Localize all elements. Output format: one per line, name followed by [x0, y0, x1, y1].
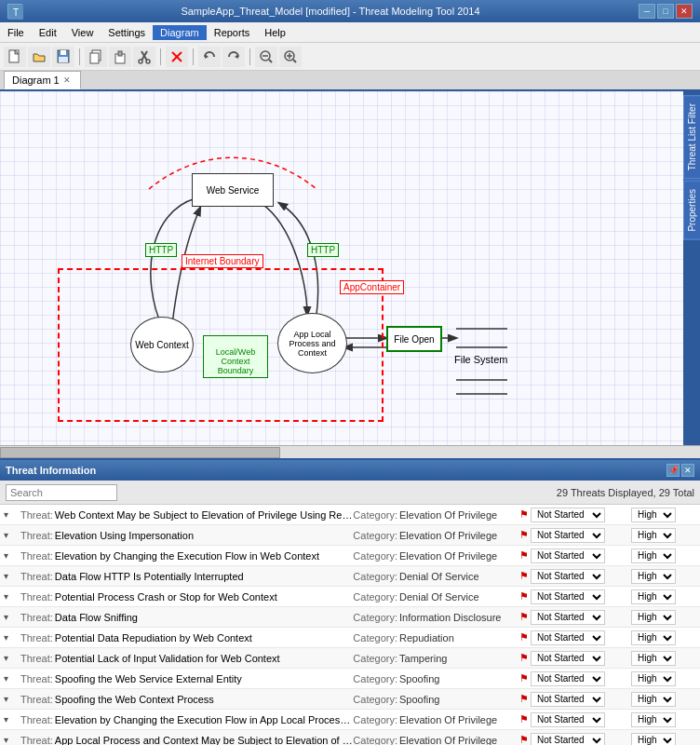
sep4	[249, 48, 250, 65]
cut-button[interactable]	[133, 47, 155, 67]
threat-expand-icon[interactable]: ▾	[4, 714, 20, 725]
status-select[interactable]: Not Started Mitigated Not Applicable Nee…	[531, 569, 605, 584]
threat-expand-icon[interactable]: ▾	[4, 673, 20, 684]
threat-expand-icon[interactable]: ▾	[4, 632, 20, 643]
tab-close-icon[interactable]: ✕	[63, 75, 71, 85]
threat-expand-icon[interactable]: ▾	[4, 550, 20, 561]
threat-row: ▾ Threat:Potential Lack of Input Validat…	[0, 648, 700, 669]
status-select[interactable]: Not Started Mitigated Not Applicable Nee…	[531, 549, 605, 563]
priority-select[interactable]: High Medium Low	[631, 712, 676, 727]
threat-expand-icon[interactable]: ▾	[4, 571, 20, 581]
svg-rect-6	[59, 57, 68, 62]
threat-priority-area: High Medium Low	[631, 569, 696, 584]
search-box[interactable]	[6, 484, 117, 501]
delete-button[interactable]	[166, 47, 188, 67]
save-button[interactable]	[52, 47, 74, 67]
app-local-circle[interactable]: App Local Process and Context	[277, 313, 347, 373]
priority-select[interactable]: High Medium Low	[631, 569, 676, 584]
properties-tab[interactable]: Properties	[683, 181, 701, 240]
priority-select[interactable]: High Medium Low	[631, 589, 676, 604]
priority-select[interactable]: High Medium Low	[631, 733, 676, 746]
zoom-in-button[interactable]	[279, 47, 302, 67]
paste-button[interactable]	[109, 47, 131, 67]
threat-expand-icon[interactable]: ▾	[4, 735, 20, 745]
svg-rect-5	[61, 50, 66, 55]
threat-name-cell: Threat:Elevation by Changing the Executi…	[20, 714, 353, 725]
threat-toolbar: 29 Threats Displayed, 29 Total	[0, 481, 700, 505]
maximize-button[interactable]: □	[657, 4, 674, 19]
menu-edit[interactable]: Edit	[32, 25, 64, 40]
horizontal-scrollbar[interactable]	[0, 445, 700, 458]
zoom-out-button[interactable]	[255, 47, 277, 67]
threat-category-cell: Category:Denial Of Service	[353, 591, 519, 603]
priority-select[interactable]: High Medium Low	[631, 610, 676, 625]
threat-row: ▾ Threat:Potential Process Crash or Stop…	[0, 587, 700, 607]
threat-name-cell: Threat:Potential Process Crash or Stop f…	[20, 591, 353, 603]
new-button[interactable]	[4, 47, 26, 67]
status-select[interactable]: Not Started Mitigated Not Applicable Nee…	[531, 733, 605, 746]
status-select[interactable]: Not Started Mitigated Not Applicable Nee…	[531, 630, 605, 645]
file-open-box[interactable]: File Open	[386, 326, 442, 352]
open-button[interactable]	[28, 47, 50, 67]
diagram-canvas[interactable]: Web Service HTTP HTTP Internet Boundary …	[0, 91, 683, 445]
sep2	[160, 48, 161, 65]
panel-close-button[interactable]: ✕	[681, 464, 694, 477]
threat-category-cell: Category:Information Disclosure	[353, 612, 519, 623]
threat-expand-icon[interactable]: ▾	[4, 653, 20, 663]
status-warning-icon: ⚑	[519, 693, 529, 705]
threat-category-cell: Category:Denial Of Service	[353, 571, 519, 582]
diagram-tab-1[interactable]: Diagram 1 ✕	[4, 71, 81, 89]
threat-expand-icon[interactable]: ▾	[4, 612, 20, 622]
menu-help[interactable]: Help	[257, 25, 293, 40]
priority-select[interactable]: High Medium Low	[631, 549, 676, 563]
priority-select[interactable]: High Medium Low	[631, 671, 676, 686]
threat-panel-controls: 📌 ✕	[666, 464, 694, 477]
priority-select[interactable]: High Medium Low	[631, 651, 676, 666]
status-select[interactable]: Not Started Mitigated Not Applicable Nee…	[531, 508, 605, 522]
threat-row: ▾ Threat:Data Flow HTTP Is Potentially I…	[0, 566, 700, 587]
threat-expand-icon[interactable]: ▾	[4, 694, 20, 704]
priority-select[interactable]: High Medium Low	[631, 508, 676, 522]
close-button[interactable]: ✕	[676, 4, 693, 19]
redo-button[interactable]	[222, 47, 245, 67]
search-input[interactable]	[10, 487, 113, 498]
threat-expand-icon[interactable]: ▾	[4, 591, 20, 602]
menu-file[interactable]: File	[0, 25, 32, 40]
panel-pin-button[interactable]: 📌	[666, 464, 680, 477]
copy-button[interactable]	[85, 47, 107, 67]
status-select[interactable]: Not Started Mitigated Not Applicable Nee…	[531, 692, 605, 707]
status-warning-icon: ⚑	[519, 508, 529, 521]
threat-priority-area: High Medium Low	[631, 712, 696, 727]
threat-expand-icon[interactable]: ▾	[4, 530, 20, 540]
scrollbar-thumb[interactable]	[0, 447, 280, 458]
status-select[interactable]: Not Started Mitigated Not Applicable Nee…	[531, 528, 605, 543]
status-warning-icon: ⚑	[519, 672, 529, 684]
svg-marker-18	[235, 54, 238, 59]
threat-name-cell: Threat:Potential Lack of Input Validatio…	[20, 653, 353, 664]
menu-settings[interactable]: Settings	[101, 25, 153, 40]
priority-select[interactable]: High Medium Low	[631, 528, 676, 543]
minimize-button[interactable]: ─	[639, 4, 655, 19]
threat-name-cell: Threat:Data Flow HTTP Is Potentially Int…	[20, 571, 353, 582]
menu-diagram[interactable]: Diagram	[153, 25, 207, 40]
status-select[interactable]: Not Started Mitigated Not Applicable Nee…	[531, 610, 605, 625]
sep3	[193, 48, 194, 65]
status-select[interactable]: Not Started Mitigated Not Applicable Nee…	[531, 589, 605, 604]
undo-button[interactable]	[198, 47, 221, 67]
status-select[interactable]: Not Started Mitigated Not Applicable Nee…	[531, 671, 605, 686]
threat-expand-icon[interactable]: ▾	[4, 509, 20, 520]
threat-panel-header: Threat Information 📌 ✕	[0, 460, 700, 481]
priority-select[interactable]: High Medium Low	[631, 630, 676, 645]
menu-reports[interactable]: Reports	[207, 25, 258, 40]
threat-name-cell: Threat:Data Flow Sniffing	[20, 612, 353, 623]
priority-select[interactable]: High Medium Low	[631, 692, 676, 707]
threat-list-filter-tab[interactable]: Threat List Filter	[683, 95, 701, 179]
status-select[interactable]: Not Started Mitigated Not Applicable Nee…	[531, 651, 605, 666]
threat-row: ▾ Threat:Potential Data Repudiation by W…	[0, 628, 700, 648]
threat-name-cell: Threat:Spoofing the Web Context Process	[20, 694, 353, 705]
web-context-circle[interactable]: Web Context	[130, 317, 194, 372]
threat-name-cell: Threat:Potential Data Repudiation by Web…	[20, 632, 353, 643]
status-select[interactable]: Not Started Mitigated Not Applicable Nee…	[531, 712, 605, 727]
web-service-box[interactable]: Web Service	[192, 173, 274, 207]
menu-view[interactable]: View	[64, 25, 101, 40]
